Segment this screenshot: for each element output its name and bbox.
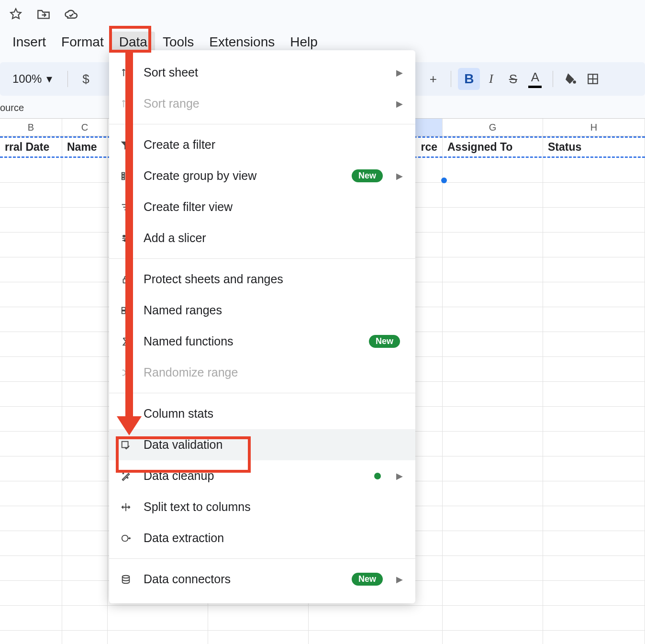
titlebar-icons — [0, 0, 645, 24]
table-row[interactable] — [0, 631, 645, 644]
label: Protect sheets and ranges — [144, 272, 403, 286]
bold-button[interactable]: B — [458, 68, 480, 90]
label: Create a filter — [144, 138, 403, 152]
data-validation-icon — [119, 440, 133, 450]
submenu-arrow-icon: ▶ — [396, 67, 403, 78]
label: Named ranges — [144, 303, 403, 317]
zoom-select[interactable]: 100% ▾ — [4, 72, 61, 86]
submenu-arrow-icon: ▶ — [396, 171, 403, 181]
menu-data-cleanup[interactable]: Data cleanup ▶ — [109, 460, 415, 491]
group-by-icon — [119, 171, 133, 181]
col-header-G[interactable]: G — [443, 119, 543, 136]
label: Data validation — [144, 438, 403, 452]
separator — [109, 258, 415, 259]
menu-group-by-view[interactable]: Create group by view New ▶ — [109, 160, 415, 191]
italic-button[interactable]: I — [480, 68, 502, 90]
label: Create filter view — [144, 200, 403, 214]
menu-add-slicer[interactable]: Add a slicer — [109, 222, 415, 254]
text-color-swatch — [528, 86, 542, 88]
menu-data-extraction[interactable]: Data extraction — [109, 522, 415, 554]
separator — [451, 71, 451, 87]
svg-rect-20 — [123, 279, 129, 283]
text-color-button[interactable]: A — [524, 68, 546, 90]
svg-rect-21 — [122, 307, 125, 310]
menu-named-functions[interactable]: Named functions New — [109, 326, 415, 357]
menu-sort-sheet[interactable]: Sort sheet ▶ — [109, 57, 415, 88]
menu-extensions[interactable]: Extensions — [201, 32, 282, 53]
split-icon — [119, 502, 133, 512]
separator — [553, 71, 553, 87]
table-row[interactable] — [0, 606, 645, 631]
label: Data cleanup — [144, 469, 364, 483]
col-header-C[interactable]: C — [62, 119, 108, 136]
database-icon — [119, 574, 133, 585]
menu-split-text[interactable]: Split text to columns — [109, 491, 415, 522]
menu-format[interactable]: Format — [54, 32, 111, 53]
sort-sheet-icon — [119, 67, 133, 78]
menu-filter-view[interactable]: Create filter view — [109, 191, 415, 222]
menu-named-ranges[interactable]: Named ranges — [109, 295, 415, 326]
lock-icon — [119, 274, 133, 285]
menu-data[interactable]: Data — [111, 32, 155, 53]
menu-create-filter[interactable]: Create a filter — [109, 129, 415, 160]
menu-randomize: Randomize range — [109, 357, 415, 388]
label: Sort sheet — [144, 66, 386, 79]
extraction-icon — [119, 533, 133, 544]
col-header-B[interactable]: B — [0, 119, 62, 136]
new-badge: New — [369, 335, 400, 348]
selection-handle[interactable] — [441, 178, 447, 183]
menu-data-validation[interactable]: Data validation — [109, 429, 415, 460]
new-badge: New — [352, 169, 383, 182]
star-icon[interactable] — [9, 7, 23, 21]
submenu-arrow-icon: ▶ — [396, 471, 403, 481]
header-cell-status[interactable]: Status — [543, 136, 645, 158]
chevron-down-icon: ▾ — [46, 72, 52, 86]
label: Randomize range — [144, 366, 403, 379]
new-badge: New — [352, 573, 383, 586]
svg-point-27 — [122, 575, 130, 578]
label: Named functions — [144, 334, 358, 348]
svg-marker-0 — [11, 9, 21, 19]
svg-point-1 — [574, 81, 576, 83]
menu-sort-range: Sort range ▶ — [109, 88, 415, 119]
label: Split text to columns — [144, 500, 403, 514]
menu-insert[interactable]: Insert — [5, 32, 54, 53]
label: Column stats — [144, 407, 403, 421]
strikethrough-button[interactable]: S — [502, 68, 524, 90]
menu-protect[interactable]: Protect sheets and ranges — [109, 264, 415, 295]
menu-help[interactable]: Help — [282, 32, 325, 53]
separator — [109, 124, 415, 124]
col-header-H[interactable]: H — [543, 119, 645, 136]
header-cell-assigned-to[interactable]: Assigned To — [443, 136, 543, 158]
svg-rect-25 — [122, 441, 128, 447]
named-ranges-icon — [119, 305, 133, 316]
cloud-saved-icon[interactable] — [64, 7, 78, 21]
data-menu-dropdown: Sort sheet ▶ Sort range ▶ Create a filte… — [109, 50, 415, 603]
svg-rect-5 — [122, 172, 125, 174]
plus-button[interactable]: + — [422, 68, 444, 90]
header-cell-name[interactable]: Name — [62, 136, 108, 158]
separator — [67, 71, 68, 87]
filter-icon — [119, 140, 133, 150]
filter-view-icon — [119, 202, 133, 212]
move-to-folder-icon[interactable] — [36, 7, 51, 21]
svg-point-18 — [127, 237, 129, 239]
label: Data extraction — [144, 531, 403, 545]
submenu-arrow-icon: ▶ — [396, 574, 403, 585]
borders-button[interactable] — [582, 68, 604, 90]
slicer-icon — [119, 233, 133, 244]
svg-rect-6 — [122, 175, 125, 177]
menu-data-connectors[interactable]: Data connectors New ▶ — [109, 564, 415, 595]
svg-point-19 — [124, 239, 126, 241]
svg-rect-23 — [122, 311, 125, 313]
svg-point-26 — [122, 535, 128, 541]
fill-color-button[interactable] — [560, 68, 582, 90]
header-cell-referral-date[interactable]: rral Date — [0, 136, 62, 158]
menu-column-stats[interactable]: Column stats — [109, 398, 415, 429]
text-color-letter: A — [531, 70, 539, 85]
svg-rect-7 — [122, 178, 125, 179]
menu-tools[interactable]: Tools — [155, 32, 201, 53]
currency-button[interactable]: $ — [75, 68, 97, 90]
zoom-value: 100% — [12, 72, 42, 86]
sigma-icon — [119, 336, 133, 347]
